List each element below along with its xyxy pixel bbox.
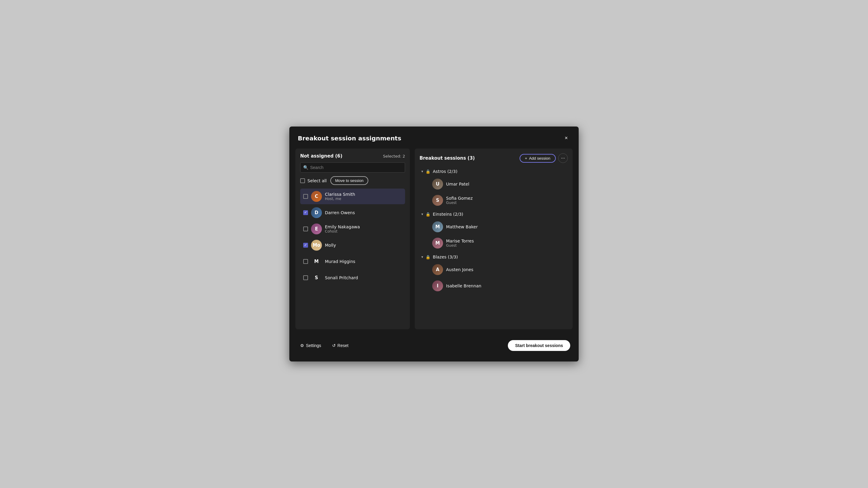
avatar: U (432, 178, 443, 190)
avatar: M (432, 238, 443, 249)
participant-checkbox[interactable] (303, 243, 308, 248)
participant-name: Emily Nakagawa (325, 224, 402, 229)
member-role: Guest (446, 243, 564, 248)
participant-info: Clarissa SmithHost, me (325, 192, 402, 201)
search-input[interactable] (300, 162, 405, 173)
avatar: A (432, 264, 443, 275)
left-panel-header: Not assigned (6) Selected: 2 (300, 153, 405, 159)
avatar: E (311, 224, 322, 234)
avatar: M (311, 256, 322, 267)
dialog-title: Breakout session assignments (298, 135, 401, 142)
avatar: Mo (311, 240, 322, 251)
member-info: Austen Jones (446, 267, 564, 272)
participant-info: Murad Higgins (325, 259, 402, 264)
selected-count: Selected: 2 (383, 154, 405, 158)
move-to-session-button[interactable]: Move to session (330, 176, 368, 185)
close-button[interactable]: × (562, 134, 570, 142)
session-members: MMatthew BakerMMarise TorresGuest (420, 219, 567, 251)
session-member[interactable]: SSofia GomezGuest (429, 193, 567, 208)
session-member[interactable]: MMarise TorresGuest (429, 235, 567, 251)
participant-role: Host, me (325, 197, 402, 201)
chevron-down-icon: ▾ (421, 212, 423, 216)
reset-button[interactable]: ↺ Reset (330, 341, 351, 350)
participant-info: Molly (325, 243, 402, 248)
participant-name: Clarissa Smith (325, 192, 402, 197)
session-group: ▾🔒Blazes (3/3)AAusten JonesIIsabelle Bre… (420, 252, 567, 294)
session-name: Blazes (3/3) (433, 255, 565, 259)
dialog-footer: ⚙ Settings ↺ Reset Start breakout sessio… (289, 335, 579, 356)
right-panel-header: Breakout sessions (3) + Add session ··· (420, 153, 568, 163)
session-header[interactable]: ▾🔒Blazes (3/3) (420, 252, 567, 262)
avatar: S (311, 272, 322, 283)
participant-item[interactable]: EEmily NakagawaCohost (300, 221, 405, 237)
participant-checkbox[interactable] (303, 210, 308, 215)
breakout-dialog: Breakout session assignments × Not assig… (289, 127, 579, 361)
participant-checkbox[interactable] (303, 275, 308, 280)
member-name: Marise Torres (446, 238, 564, 243)
participant-item[interactable]: MoMolly (300, 237, 405, 253)
settings-button[interactable]: ⚙ Settings (298, 341, 324, 350)
member-name: Austen Jones (446, 267, 564, 272)
participant-role: Cohost (325, 229, 402, 233)
left-panel: Not assigned (6) Selected: 2 🔍 Select al… (296, 149, 410, 329)
participant-item[interactable]: MMurad Higgins (300, 254, 405, 269)
avatar: I (432, 281, 443, 291)
participant-checkbox[interactable] (303, 194, 308, 199)
member-name: Isabelle Brennan (446, 284, 564, 288)
participant-name: Sonali Pritchard (325, 275, 402, 280)
settings-icon: ⚙ (300, 343, 304, 348)
participant-list: CClarissa SmithHost, meDDarren OwensEEmi… (300, 189, 405, 324)
member-name: Umar Patel (446, 182, 564, 187)
dialog-body: Not assigned (6) Selected: 2 🔍 Select al… (289, 149, 579, 335)
member-role: Guest (446, 201, 564, 205)
search-container: 🔍 (300, 162, 405, 173)
session-member[interactable]: IIsabelle Brennan (429, 278, 567, 294)
avatar: D (311, 207, 322, 218)
reset-icon: ↺ (332, 343, 336, 348)
toolbar-row: Select all Move to session (300, 176, 405, 185)
session-header[interactable]: ▾🔒Einsteins (2/3) (420, 209, 567, 219)
participant-name: Darren Owens (325, 210, 402, 215)
session-header[interactable]: ▾🔒Astros (2/3) (420, 167, 567, 176)
participant-item[interactable]: DDarren Owens (300, 205, 405, 221)
add-session-label: Add session (529, 156, 550, 161)
more-options-button[interactable]: ··· (558, 153, 568, 163)
dialog-header: Breakout session assignments × (289, 127, 579, 149)
member-info: Matthew Baker (446, 224, 564, 229)
member-info: Umar Patel (446, 182, 564, 187)
session-name: Astros (2/3) (433, 169, 565, 174)
add-session-button[interactable]: + Add session (520, 154, 556, 163)
avatar: S (432, 195, 443, 206)
lock-icon: 🔒 (426, 255, 430, 259)
lock-icon: 🔒 (426, 169, 430, 174)
member-info: Marise TorresGuest (446, 238, 564, 248)
participant-name: Molly (325, 243, 402, 248)
right-actions: + Add session ··· (520, 153, 568, 163)
participant-item[interactable]: CClarissa SmithHost, me (300, 189, 405, 204)
participant-info: Darren Owens (325, 210, 402, 215)
chevron-down-icon: ▾ (421, 255, 423, 259)
session-members: AAusten JonesIIsabelle Brennan (420, 262, 567, 294)
member-name: Matthew Baker (446, 224, 564, 229)
session-member[interactable]: AAusten Jones (429, 262, 567, 278)
settings-label: Settings (306, 343, 321, 348)
member-info: Sofia GomezGuest (446, 196, 564, 205)
participant-checkbox[interactable] (303, 227, 308, 231)
start-breakout-button[interactable]: Start breakout sessions (508, 340, 570, 351)
participant-info: Emily NakagawaCohost (325, 224, 402, 233)
session-member[interactable]: UUmar Patel (429, 176, 567, 192)
select-all-checkbox[interactable] (300, 178, 305, 183)
session-members: UUmar PatelSSofia GomezGuest (420, 176, 567, 208)
chevron-down-icon: ▾ (421, 169, 423, 173)
participant-checkbox[interactable] (303, 259, 308, 264)
participant-info: Sonali Pritchard (325, 275, 402, 280)
session-member[interactable]: MMatthew Baker (429, 219, 567, 235)
member-info: Isabelle Brennan (446, 284, 564, 288)
select-all-label: Select all (307, 178, 327, 183)
member-name: Sofia Gomez (446, 196, 564, 201)
select-all-wrapper[interactable]: Select all (300, 178, 327, 183)
footer-left: ⚙ Settings ↺ Reset (298, 341, 351, 350)
lock-icon: 🔒 (426, 212, 430, 217)
participant-item[interactable]: SSonali Pritchard (300, 270, 405, 286)
participant-name: Murad Higgins (325, 259, 402, 264)
